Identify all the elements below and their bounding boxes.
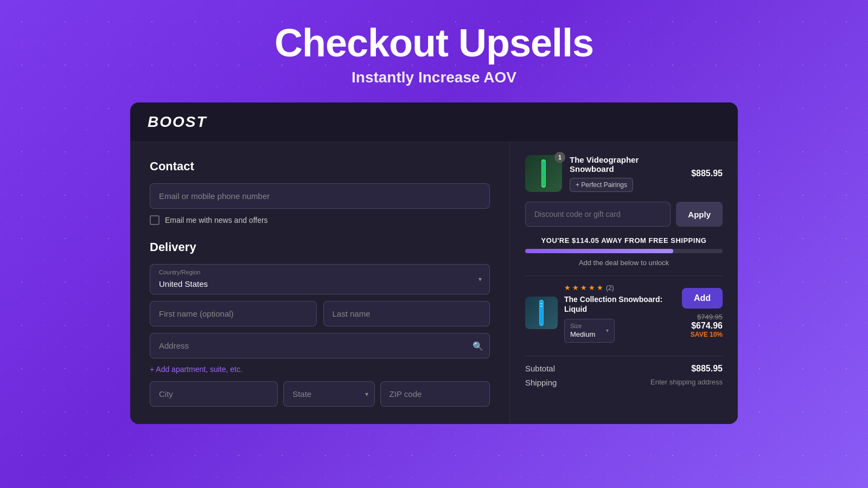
original-price: $749.95 bbox=[691, 313, 723, 321]
progress-bar-fill bbox=[525, 249, 673, 253]
save-badge: SAVE 10% bbox=[691, 331, 723, 338]
star-3: ★ bbox=[580, 284, 587, 292]
contact-title: Contact bbox=[150, 159, 490, 174]
address-wrapper: 🔍 bbox=[150, 333, 490, 358]
address-input[interactable] bbox=[150, 333, 490, 358]
zip-input[interactable] bbox=[380, 381, 490, 407]
state-arrow-icon: ▾ bbox=[365, 390, 368, 398]
upsell-right: Add $749.95 $674.96 SAVE 10% bbox=[682, 288, 723, 338]
svg-rect-1 bbox=[542, 160, 545, 187]
star-4: ★ bbox=[589, 284, 595, 292]
address-search-icon: 🔍 bbox=[473, 341, 483, 351]
state-input[interactable] bbox=[283, 381, 374, 407]
brand-logo: BOOST bbox=[148, 113, 720, 131]
svg-rect-8 bbox=[540, 306, 542, 307]
city-state-zip-row: ▾ bbox=[150, 381, 490, 407]
upsell-product-image bbox=[525, 297, 558, 329]
unlock-text: Add the deal below to unlock bbox=[525, 259, 723, 267]
product-image-wrap: 1 bbox=[525, 155, 562, 192]
checkout-window: BOOST Contact Email me with news and off… bbox=[130, 102, 738, 424]
size-label: Size bbox=[570, 323, 595, 329]
star-half: ★ bbox=[597, 284, 603, 292]
upsell-product-name: The Collection Snowboard: Liquid bbox=[564, 294, 675, 314]
first-name-input[interactable] bbox=[150, 301, 317, 326]
add-to-cart-button[interactable]: Add bbox=[682, 288, 723, 309]
discount-row: Apply bbox=[525, 202, 723, 227]
add-apartment-link[interactable]: + Add apartment, suite, etc. bbox=[150, 365, 490, 374]
svg-rect-2 bbox=[542, 163, 545, 164]
stars-row: ★ ★ ★ ★ ★ (2) bbox=[564, 284, 675, 292]
upsell-info: ★ ★ ★ ★ ★ (2) The Collection Snowboard: … bbox=[564, 284, 675, 342]
subtotal-label: Subtotal bbox=[525, 364, 555, 373]
summary-row: Subtotal $885.95 bbox=[525, 356, 723, 376]
product-info: The Videographer Snowboard + Perfect Pai… bbox=[570, 155, 684, 192]
reviews-count: (2) bbox=[606, 284, 614, 292]
star-1: ★ bbox=[564, 284, 571, 292]
subtotal-value: $885.95 bbox=[691, 364, 723, 374]
size-arrow-icon: ▾ bbox=[606, 328, 609, 333]
delivery-title: Delivery bbox=[150, 240, 490, 254]
newsletter-checkbox[interactable] bbox=[150, 215, 159, 225]
order-item: 1 The Videographer Snowboard + Perfect P… bbox=[525, 155, 723, 192]
progress-bar-bg bbox=[525, 249, 723, 253]
hero-section: Checkout Upsells Instantly Increase AOV bbox=[0, 0, 868, 102]
country-value: United States bbox=[159, 279, 208, 288]
size-selector[interactable]: Size Medium ▾ bbox=[564, 319, 615, 343]
last-name-input[interactable] bbox=[323, 301, 490, 326]
svg-rect-4 bbox=[542, 175, 545, 176]
left-panel: Contact Email me with news and offers De… bbox=[130, 142, 510, 424]
product-price: $885.95 bbox=[691, 169, 723, 178]
svg-rect-6 bbox=[540, 301, 543, 325]
city-input[interactable] bbox=[150, 381, 278, 407]
sale-price: $674.96 bbox=[691, 321, 723, 331]
snowboard-graphic bbox=[536, 158, 551, 189]
email-input[interactable] bbox=[150, 183, 490, 209]
right-panel: 1 The Videographer Snowboard + Perfect P… bbox=[510, 142, 738, 424]
free-shipping-banner: YOU'RE $114.05 AWAY FROM FREE SHIPPING bbox=[525, 236, 723, 253]
window-header: BOOST bbox=[130, 102, 738, 142]
svg-rect-7 bbox=[540, 303, 542, 304]
product-name: The Videographer Snowboard bbox=[570, 155, 684, 174]
size-value: Medium bbox=[570, 330, 595, 338]
country-select[interactable]: Country/Region United States ▾ bbox=[150, 264, 490, 294]
perfect-pairings-button[interactable]: + Perfect Pairings bbox=[570, 178, 633, 192]
window-body: Contact Email me with news and offers De… bbox=[130, 142, 738, 424]
perfect-pairings-label: + Perfect Pairings bbox=[576, 181, 627, 189]
svg-rect-3 bbox=[542, 165, 545, 166]
country-label: Country/Region bbox=[159, 269, 200, 275]
newsletter-row: Email me with news and offers bbox=[150, 215, 490, 225]
price-block: $749.95 $674.96 SAVE 10% bbox=[691, 313, 723, 338]
delivery-section: Delivery Country/Region United States ▾ … bbox=[150, 240, 490, 407]
name-row bbox=[150, 301, 490, 326]
upsell-snowboard-graphic bbox=[535, 299, 548, 326]
shipping-value: Enter shipping address bbox=[650, 378, 723, 387]
apply-button[interactable]: Apply bbox=[676, 202, 723, 227]
product-badge: 1 bbox=[554, 152, 565, 163]
star-2: ★ bbox=[572, 284, 579, 292]
hero-title: Checkout Upsells bbox=[0, 22, 868, 65]
hero-subtitle: Instantly Increase AOV bbox=[0, 69, 868, 86]
upsell-card: ★ ★ ★ ★ ★ (2) The Collection Snowboard: … bbox=[525, 275, 723, 350]
free-shipping-text: YOU'RE $114.05 AWAY FROM FREE SHIPPING bbox=[525, 236, 723, 245]
size-selector-inner: Size Medium bbox=[570, 323, 595, 339]
shipping-label: Shipping bbox=[525, 378, 557, 387]
newsletter-label: Email me with news and offers bbox=[165, 216, 268, 224]
country-arrow-icon: ▾ bbox=[478, 275, 482, 283]
shipping-row: Shipping Enter shipping address bbox=[525, 376, 723, 389]
discount-input[interactable] bbox=[525, 202, 671, 227]
